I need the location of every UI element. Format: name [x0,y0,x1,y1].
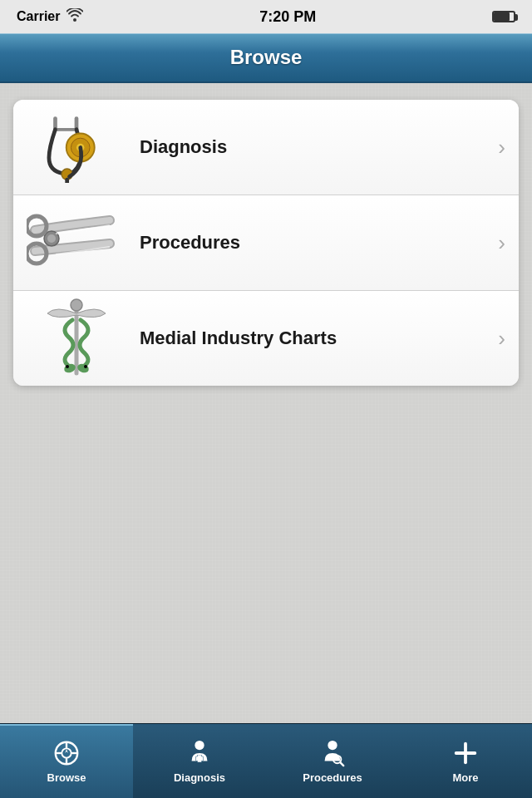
tab-bar: Browse Diagnosis [0,723,532,798]
diagnosis-label: Diagnosis [140,136,491,158]
tab-browse-label: Browse [47,771,86,784]
wifi-icon [66,8,83,25]
main-content: Diagnosis › [0,83,532,723]
time-display: 7:20 PM [259,8,316,26]
browse-tab-icon [52,738,81,768]
diagnosis-tab-icon [185,738,214,768]
tab-diagnosis[interactable]: Diagnosis [133,724,266,798]
nav-bar: Browse [0,33,532,83]
procedures-tab-icon [318,738,347,768]
diagnosis-icon [27,110,126,185]
medical-charts-icon [27,301,126,376]
svg-point-16 [66,365,69,368]
svg-point-31 [328,741,337,750]
list-item-medical-charts[interactable]: Medial Industry Charts › [13,291,519,386]
medical-charts-chevron: › [498,326,505,352]
svg-point-26 [195,741,204,750]
list-item-procedures[interactable]: Procedures › [13,195,519,291]
carrier-label: Carrier [17,9,60,24]
svg-point-10 [47,234,56,243]
tab-procedures-label: Procedures [303,771,362,784]
tab-more-label: More [452,771,478,784]
tab-procedures[interactable]: Procedures [266,724,399,798]
tab-more[interactable]: More [399,724,532,798]
tab-browse[interactable]: Browse [0,724,133,798]
browse-list: Diagnosis › [13,100,519,386]
more-tab-icon [451,738,480,768]
procedures-icon [27,205,126,280]
svg-point-18 [71,299,82,311]
procedures-label: Procedures [140,232,491,254]
svg-rect-30 [196,756,204,761]
tab-diagnosis-label: Diagnosis [174,771,225,784]
svg-marker-25 [65,749,68,753]
svg-line-33 [340,762,343,766]
procedures-chevron: › [498,230,505,256]
page-title: Browse [230,46,303,69]
svg-point-17 [84,365,87,368]
list-item-diagnosis[interactable]: Diagnosis › [13,100,519,195]
medical-charts-label: Medial Industry Charts [140,328,491,349]
battery-icon [492,11,515,22]
status-bar: Carrier 7:20 PM [0,0,532,33]
diagnosis-chevron: › [498,135,505,160]
